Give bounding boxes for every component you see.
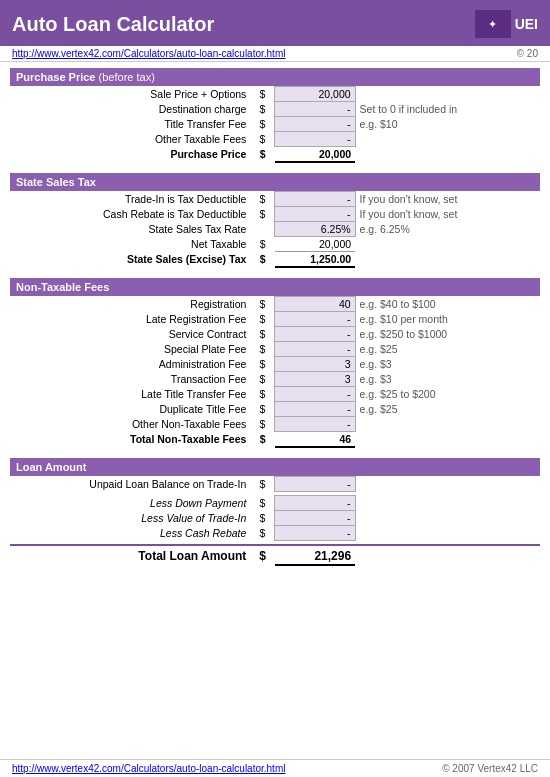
service-contract-value[interactable]: - — [275, 327, 355, 342]
destination-hint: Set to 0 if included in — [355, 102, 540, 117]
tradein-value-value[interactable]: - — [275, 511, 355, 526]
net-taxable-value: 20,000 — [275, 237, 355, 252]
admin-fee-value[interactable]: 3 — [275, 357, 355, 372]
transaction-fee-label: Transaction Fee — [10, 372, 250, 387]
sale-price-label: Sale Price + Options — [10, 87, 250, 102]
header: Auto Loan Calculator ✦ UEI — [0, 0, 550, 46]
purchase-price-total-label: Purchase Price — [10, 147, 250, 163]
table-row: Special Plate Fee $ - e.g. $25 — [10, 342, 540, 357]
purchase-price-total-row: Purchase Price $ 20,000 — [10, 147, 540, 163]
sale-price-value[interactable]: 20,000 — [275, 87, 355, 102]
purchase-price-total-value: 20,000 — [275, 147, 355, 163]
table-row: Other Non-Taxable Fees $ - — [10, 417, 540, 432]
service-contract-hint: e.g. $250 to $1000 — [355, 327, 540, 342]
table-row: Service Contract $ - e.g. $250 to $1000 — [10, 327, 540, 342]
loan-amount-table: Unpaid Loan Balance on Trade-In $ - Less… — [10, 476, 540, 566]
table-row: Duplicate Title Fee $ - e.g. $25 — [10, 402, 540, 417]
unpaid-loan-label: Unpaid Loan Balance on Trade-In — [10, 477, 250, 492]
late-title-label: Late Title Transfer Fee — [10, 387, 250, 402]
sale-price-hint — [355, 87, 540, 102]
late-reg-value[interactable]: - — [275, 312, 355, 327]
other-taxable-label: Other Taxable Fees — [10, 132, 250, 147]
url-link[interactable]: http://www.vertex42.com/Calculators/auto… — [12, 48, 285, 59]
title-transfer-hint: e.g. $10 — [355, 117, 540, 132]
transaction-fee-value[interactable]: 3 — [275, 372, 355, 387]
non-taxable-fees-table: Registration $ 40 e.g. $40 to $100 Late … — [10, 296, 540, 448]
table-row: Sale Price + Options $ 20,000 — [10, 87, 540, 102]
logo-text: UEI — [515, 16, 538, 32]
tradein-value-label: Less Value of Trade-In — [10, 511, 250, 526]
non-taxable-fees-header: Non-Taxable Fees — [10, 278, 540, 296]
non-taxable-total-label: Total Non-Taxable Fees — [10, 432, 250, 448]
cash-rebate-label: Less Cash Rebate — [10, 526, 250, 541]
table-row: Net Taxable $ 20,000 — [10, 237, 540, 252]
title-transfer-value[interactable]: - — [275, 117, 355, 132]
state-sales-tax-total-value: 1,250.00 — [275, 252, 355, 268]
tax-rate-hint: e.g. 6.25% — [355, 222, 540, 237]
late-title-value[interactable]: - — [275, 387, 355, 402]
table-row: Late Title Transfer Fee $ - e.g. $25 to … — [10, 387, 540, 402]
total-loan-label: Total Loan Amount — [10, 545, 250, 565]
logo: ✦ UEI — [475, 10, 538, 38]
late-title-hint: e.g. $25 to $200 — [355, 387, 540, 402]
logo-icon: ✦ — [475, 10, 511, 38]
state-sales-tax-header: State Sales Tax — [10, 173, 540, 191]
other-nontaxable-value[interactable]: - — [275, 417, 355, 432]
page: Auto Loan Calculator ✦ UEI http://www.ve… — [0, 0, 550, 777]
tradein-deductible-label: Trade-In is Tax Deductible — [10, 192, 250, 207]
non-taxable-total-row: Total Non-Taxable Fees $ 46 — [10, 432, 540, 448]
destination-label: Destination charge — [10, 102, 250, 117]
other-nontaxable-label: Other Non-Taxable Fees — [10, 417, 250, 432]
table-row: Cash Rebate is Tax Deductible $ - If you… — [10, 207, 540, 222]
tax-rate-label: State Sales Tax Rate — [10, 222, 250, 237]
content-area: Purchase Price (before tax) Sale Price +… — [0, 62, 550, 759]
loan-amount-header: Loan Amount — [10, 458, 540, 476]
table-row: Destination charge $ - Set to 0 if inclu… — [10, 102, 540, 117]
tradein-deductible-value[interactable]: - — [275, 192, 355, 207]
table-row: Unpaid Loan Balance on Trade-In $ - — [10, 477, 540, 492]
table-row: Title Transfer Fee $ - e.g. $10 — [10, 117, 540, 132]
url-bar: http://www.vertex42.com/Calculators/auto… — [0, 46, 550, 62]
admin-fee-label: Administration Fee — [10, 357, 250, 372]
dup-title-label: Duplicate Title Fee — [10, 402, 250, 417]
cash-rebate-deductible-value[interactable]: - — [275, 207, 355, 222]
total-loan-row: Total Loan Amount $ 21,296 — [10, 545, 540, 565]
cash-rebate-deductible-hint: If you don't know, set — [355, 207, 540, 222]
down-payment-value[interactable]: - — [275, 496, 355, 511]
transaction-fee-hint: e.g. $3 — [355, 372, 540, 387]
table-row: Less Cash Rebate $ - — [10, 526, 540, 541]
table-row: Administration Fee $ 3 e.g. $3 — [10, 357, 540, 372]
table-row: State Sales Tax Rate 6.25% e.g. 6.25% — [10, 222, 540, 237]
table-row: Other Taxable Fees $ - — [10, 132, 540, 147]
app-title: Auto Loan Calculator — [12, 13, 214, 36]
sale-price-dollar: $ — [250, 87, 275, 102]
special-plate-label: Special Plate Fee — [10, 342, 250, 357]
unpaid-loan-value[interactable]: - — [275, 477, 355, 492]
purchase-price-sub: (before tax) — [96, 71, 155, 83]
table-row: Transaction Fee $ 3 e.g. $3 — [10, 372, 540, 387]
registration-value[interactable]: 40 — [275, 297, 355, 312]
title-transfer-label: Title Transfer Fee — [10, 117, 250, 132]
total-loan-value: 21,296 — [275, 545, 355, 565]
other-taxable-value[interactable]: - — [275, 132, 355, 147]
admin-fee-hint: e.g. $3 — [355, 357, 540, 372]
destination-value[interactable]: - — [275, 102, 355, 117]
table-row: Registration $ 40 e.g. $40 to $100 — [10, 297, 540, 312]
purchase-price-table: Sale Price + Options $ 20,000 Destinatio… — [10, 86, 540, 163]
header-copyright: © 20 — [517, 48, 538, 59]
dup-title-hint: e.g. $25 — [355, 402, 540, 417]
cash-rebate-value[interactable]: - — [275, 526, 355, 541]
registration-label: Registration — [10, 297, 250, 312]
special-plate-hint: e.g. $25 — [355, 342, 540, 357]
purchase-price-header: Purchase Price (before tax) — [10, 68, 540, 86]
dup-title-value[interactable]: - — [275, 402, 355, 417]
service-contract-label: Service Contract — [10, 327, 250, 342]
state-sales-tax-total-row: State Sales (Excise) Tax $ 1,250.00 — [10, 252, 540, 268]
special-plate-value[interactable]: - — [275, 342, 355, 357]
down-payment-label: Less Down Payment — [10, 496, 250, 511]
cash-rebate-deductible-label: Cash Rebate is Tax Deductible — [10, 207, 250, 222]
table-row: Trade-In is Tax Deductible $ - If you do… — [10, 192, 540, 207]
tax-rate-value[interactable]: 6.25% — [275, 222, 355, 237]
footer-url[interactable]: http://www.vertex42.com/Calculators/auto… — [12, 763, 285, 774]
non-taxable-total-value: 46 — [275, 432, 355, 448]
